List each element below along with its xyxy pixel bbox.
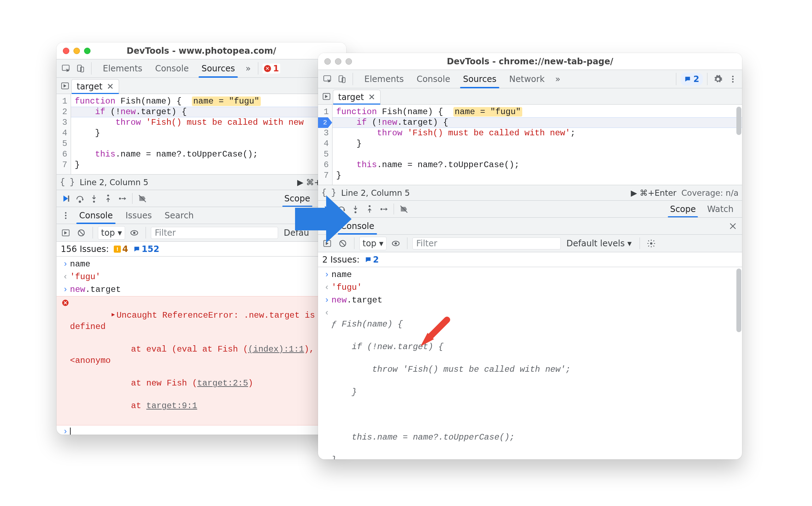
navigator-toggle-icon[interactable] (59, 80, 71, 92)
return-icon: › (322, 282, 331, 293)
console-input-row: › name (57, 258, 346, 271)
issues-info[interactable]: 152 (133, 244, 159, 254)
inspect-icon[interactable] (59, 62, 72, 75)
svg-point-44 (650, 242, 652, 245)
file-tab-row: target ✕ (318, 88, 742, 105)
overflow-tabs[interactable]: » (243, 64, 254, 73)
tab-scope[interactable]: Scope (664, 201, 701, 217)
gear-icon[interactable] (712, 73, 724, 86)
tab-console[interactable]: Console (411, 70, 456, 88)
traffic-minimize[interactable] (73, 48, 80, 54)
resume-icon[interactable] (59, 192, 72, 205)
source-link[interactable]: (index):1:1 (248, 345, 304, 354)
issues-warnings[interactable]: ! 4 (114, 244, 128, 254)
file-tab-label: target (338, 92, 364, 102)
device-mode-icon[interactable] (336, 73, 348, 86)
param-hint: name = "fugu" (192, 96, 261, 106)
traffic-zoom[interactable] (346, 58, 352, 65)
run-hint: ▶ ⌘+Enter (631, 188, 676, 198)
close-file-icon[interactable]: ✕ (368, 92, 375, 102)
pretty-print-icon[interactable]: { } (60, 178, 75, 187)
console-prompt[interactable]: › (57, 425, 346, 435)
return-icon: › (61, 271, 70, 283)
panel-tabs: Elements Console Sources (97, 59, 241, 77)
deactivate-breakpoints-icon[interactable] (136, 192, 149, 205)
drawer-tab-console[interactable]: Console (73, 207, 118, 224)
kebab-icon[interactable] (726, 73, 739, 86)
step-into-icon[interactable] (88, 192, 100, 205)
step-icon[interactable] (377, 203, 390, 216)
code-editor[interactable]: 1 2 3 4 5 6 7 function Fish(name) { name… (318, 105, 742, 185)
console-input-row: › name (318, 269, 742, 281)
live-expression-icon[interactable] (128, 226, 141, 239)
step-over-icon[interactable] (73, 192, 86, 205)
file-tab-target[interactable]: target ✕ (333, 90, 381, 104)
console-output-row: › 'fugu' (57, 271, 346, 283)
source-link[interactable]: target:9:1 (146, 401, 197, 411)
svg-point-14 (65, 217, 66, 219)
traffic-close[interactable] (324, 58, 331, 65)
tab-sources[interactable]: Sources (196, 59, 241, 77)
close-drawer-icon[interactable] (726, 220, 739, 233)
console-output[interactable]: › name › 'fugu' › new.target ▸Uncaught R… (57, 257, 346, 435)
drawer-tab-search[interactable]: Search (159, 207, 199, 224)
live-expression-icon[interactable] (389, 237, 402, 250)
scrollbar[interactable] (736, 107, 741, 135)
drawer-tab-issues[interactable]: Issues (120, 207, 158, 224)
blue-transition-arrow (293, 191, 353, 247)
clear-console-icon[interactable] (75, 226, 88, 239)
traffic-zoom[interactable] (84, 48, 90, 54)
console-filter[interactable]: Filter (151, 227, 278, 239)
context-selector[interactable]: top ▾ (98, 226, 125, 240)
error-icon: ✕ (264, 65, 271, 72)
devtools-window-right: DevTools - chrome://new-tab-page/ Elemen… (318, 53, 742, 459)
console-output-row: › 'fugu' (318, 281, 742, 294)
tab-watch[interactable]: Watch (701, 201, 739, 217)
context-selector[interactable]: top ▾ (359, 237, 387, 250)
svg-point-6 (79, 201, 81, 202)
inspect-icon[interactable] (321, 73, 334, 86)
tab-sources[interactable]: Sources (457, 70, 502, 88)
return-icon: › (322, 307, 331, 319)
scrollbar[interactable] (736, 269, 741, 332)
navigator-toggle-icon[interactable] (320, 90, 333, 103)
console-sidebar-icon[interactable] (59, 226, 72, 239)
tab-network[interactable]: Network (504, 70, 550, 88)
console-output[interactable]: › name › 'fugu' › new.target › ƒ Fish(na… (318, 267, 742, 459)
deactivate-breakpoints-icon[interactable] (398, 203, 410, 216)
tab-elements[interactable]: Elements (97, 59, 148, 77)
device-mode-icon[interactable] (74, 62, 87, 75)
cursor-position: Line 2, Column 5 (80, 178, 148, 187)
debugger-controls: Scope Watch (318, 201, 742, 218)
file-tab-target[interactable]: target ✕ (71, 79, 119, 94)
source-link[interactable]: target:2:5 (197, 378, 248, 388)
svg-point-24 (732, 76, 734, 77)
gear-icon[interactable] (645, 237, 658, 250)
svg-marker-35 (386, 207, 387, 211)
traffic-minimize[interactable] (335, 58, 341, 65)
traffic-close[interactable] (63, 48, 69, 54)
step-out-icon[interactable] (102, 192, 114, 205)
tab-elements[interactable]: Elements (359, 70, 410, 88)
error-count-badge[interactable]: ✕ 1 (263, 64, 281, 73)
issues-bar[interactable]: 2 Issues: 2 (318, 252, 742, 267)
console-filter[interactable]: Filter (412, 237, 561, 249)
drawer-menu-icon[interactable] (59, 209, 72, 222)
issues-info[interactable]: 2 (365, 255, 379, 265)
code-editor[interactable]: 1 2 3 4 5 6 7 function Fish(name) { name… (57, 94, 346, 175)
overflow-tabs[interactable]: » (552, 74, 563, 84)
svg-point-34 (381, 208, 382, 210)
console-toolbar: top ▾ Filter Default levels ▾ (318, 235, 742, 252)
svg-marker-11 (124, 197, 126, 200)
log-levels[interactable]: Default levels ▾ (564, 239, 635, 248)
console-input-row: › new.target (57, 283, 346, 296)
step-icon[interactable] (116, 192, 129, 205)
param-hint: name = "fugu" (453, 107, 522, 117)
main-toolbar: Elements Console Sources Network » 2 (318, 70, 742, 88)
info-badge[interactable]: 2 (681, 73, 703, 86)
prompt-icon: › (322, 269, 331, 281)
close-file-icon[interactable]: ✕ (107, 82, 114, 92)
step-out-icon[interactable] (363, 203, 376, 216)
issues-count-label: 2 Issues: (322, 255, 360, 265)
tab-console[interactable]: Console (149, 59, 194, 77)
